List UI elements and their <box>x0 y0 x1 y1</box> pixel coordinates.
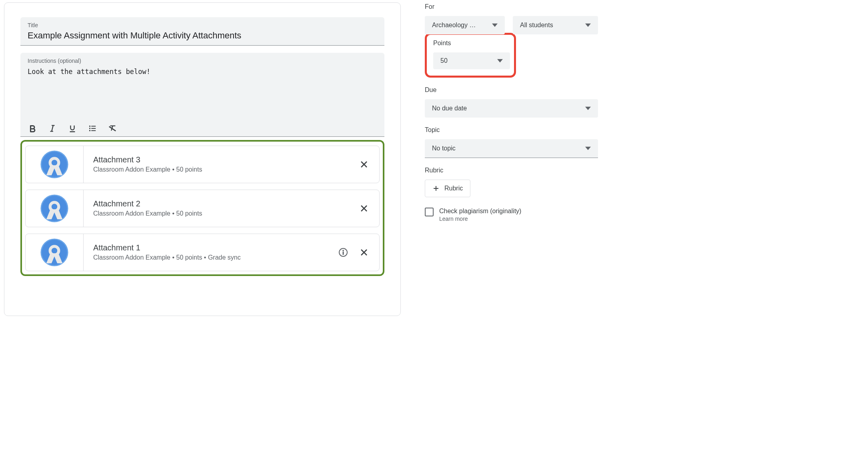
attachment-icon-cell <box>26 234 84 271</box>
svg-point-13 <box>343 250 344 251</box>
plus-icon <box>432 185 440 192</box>
clear-formatting-button[interactable] <box>108 124 117 133</box>
title-input[interactable] <box>28 30 377 41</box>
attachment-info-button[interactable] <box>338 247 349 258</box>
points-label: Points <box>433 40 508 47</box>
attachment-title: Attachment 2 <box>93 199 358 208</box>
addon-app-icon <box>40 194 69 223</box>
instructions-field[interactable]: Instructions (optional) <box>20 53 384 137</box>
points-value: 50 <box>440 57 448 64</box>
assignment-sidebar: For Archaeology … All students Points 50… <box>401 0 602 316</box>
attachment-icon-cell <box>26 190 84 227</box>
plagiarism-checkbox[interactable] <box>425 208 434 216</box>
close-icon <box>359 160 369 169</box>
attachment-title: Attachment 1 <box>93 243 338 252</box>
chevron-down-icon <box>492 22 498 28</box>
learn-more-link[interactable]: Learn more <box>439 216 521 222</box>
attachment-remove-button[interactable] <box>358 203 370 214</box>
svg-point-7 <box>42 196 67 221</box>
svg-point-4 <box>42 152 67 177</box>
chevron-down-icon <box>585 106 591 111</box>
info-icon <box>338 248 348 257</box>
attachment-row[interactable]: Attachment 2 Classroom Addon Example • 5… <box>25 190 380 227</box>
bold-button[interactable] <box>28 124 37 133</box>
due-date-value: No due date <box>432 105 467 112</box>
attachment-icon-cell <box>26 146 84 183</box>
add-rubric-label: Rubric <box>444 185 463 192</box>
attachment-subtitle: Classroom Addon Example • 50 points <box>93 210 358 217</box>
svg-rect-14 <box>343 252 344 254</box>
topic-label: Topic <box>425 126 598 134</box>
svg-point-2 <box>89 130 90 131</box>
title-field[interactable]: Title <box>20 17 384 46</box>
for-label: For <box>425 3 598 10</box>
attachment-row[interactable]: Attachment 1 Classroom Addon Example • 5… <box>25 234 380 271</box>
addon-app-icon <box>40 150 69 179</box>
instructions-label: Instructions (optional) <box>28 58 377 64</box>
attachment-remove-button[interactable] <box>358 159 370 170</box>
close-icon <box>359 248 369 257</box>
format-toolbar <box>20 121 384 136</box>
instructions-input[interactable] <box>28 66 377 120</box>
bulleted-list-icon <box>88 124 97 133</box>
points-highlight: Points 50 <box>425 33 516 78</box>
title-label: Title <box>28 22 377 28</box>
svg-point-10 <box>42 240 67 265</box>
attachment-subtitle: Classroom Addon Example • 50 points • Gr… <box>93 254 338 261</box>
chevron-down-icon <box>585 146 591 151</box>
add-rubric-button[interactable]: Rubric <box>425 180 470 197</box>
addon-app-icon <box>40 238 69 267</box>
topic-value: No topic <box>432 145 456 152</box>
underline-button[interactable] <box>68 124 77 133</box>
italic-icon <box>48 124 57 133</box>
students-select[interactable]: All students <box>513 16 598 34</box>
class-select-value: Archaeology … <box>432 22 476 29</box>
chevron-down-icon <box>497 58 503 64</box>
due-date-select[interactable]: No due date <box>425 99 598 118</box>
attachment-row[interactable]: Attachment 3 Classroom Addon Example • 5… <box>25 146 380 183</box>
svg-point-1 <box>89 128 90 129</box>
rubric-label: Rubric <box>425 167 598 174</box>
close-icon <box>359 204 369 213</box>
chevron-down-icon <box>585 22 591 28</box>
attachment-remove-button[interactable] <box>358 247 370 258</box>
bulleted-list-button[interactable] <box>88 124 97 133</box>
svg-point-0 <box>89 125 90 126</box>
bold-icon <box>28 124 37 133</box>
students-select-value: All students <box>520 22 553 29</box>
points-select[interactable]: 50 <box>433 52 510 69</box>
attachment-subtitle: Classroom Addon Example • 50 points <box>93 166 358 173</box>
italic-button[interactable] <box>48 124 57 133</box>
underline-icon <box>68 124 77 133</box>
class-select[interactable]: Archaeology … <box>425 16 505 34</box>
plagiarism-label: Check plagiarism (originality) <box>439 208 521 215</box>
clear-formatting-icon <box>108 124 117 133</box>
topic-select[interactable]: No topic <box>425 139 598 158</box>
assignment-editor-card: Title Instructions (optional) <box>4 2 401 316</box>
attachments-container: Attachment 3 Classroom Addon Example • 5… <box>20 140 384 276</box>
attachment-title: Attachment 3 <box>93 155 358 164</box>
due-label: Due <box>425 86 598 94</box>
